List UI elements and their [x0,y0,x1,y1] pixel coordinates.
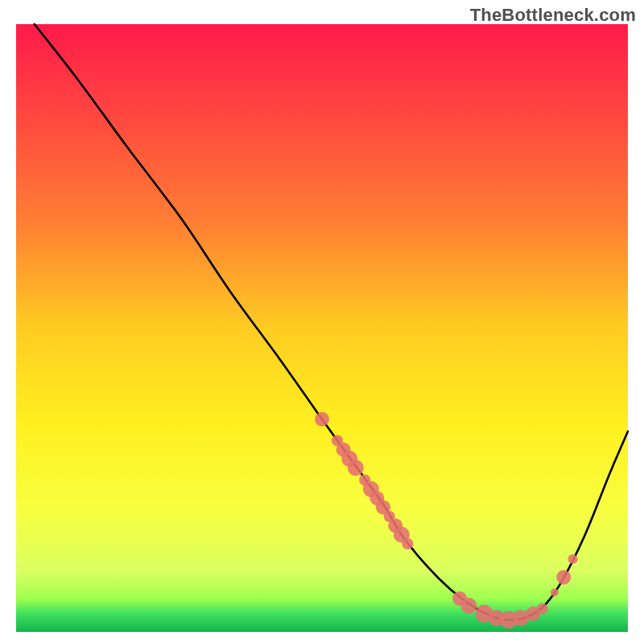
plot-area [16,24,628,632]
bottleneck-chart [0,0,644,644]
scatter-point [551,588,559,597]
scatter-point [556,570,571,584]
scatter-point [568,554,578,564]
scatter-point [537,603,548,614]
scatter-point [348,460,364,476]
scatter-point [315,412,329,427]
watermark-text: TheBottleneck.com [470,5,636,26]
scatter-point [460,598,477,614]
scatter-point [402,539,413,550]
chart-stage: TheBottleneck.com [0,0,644,644]
